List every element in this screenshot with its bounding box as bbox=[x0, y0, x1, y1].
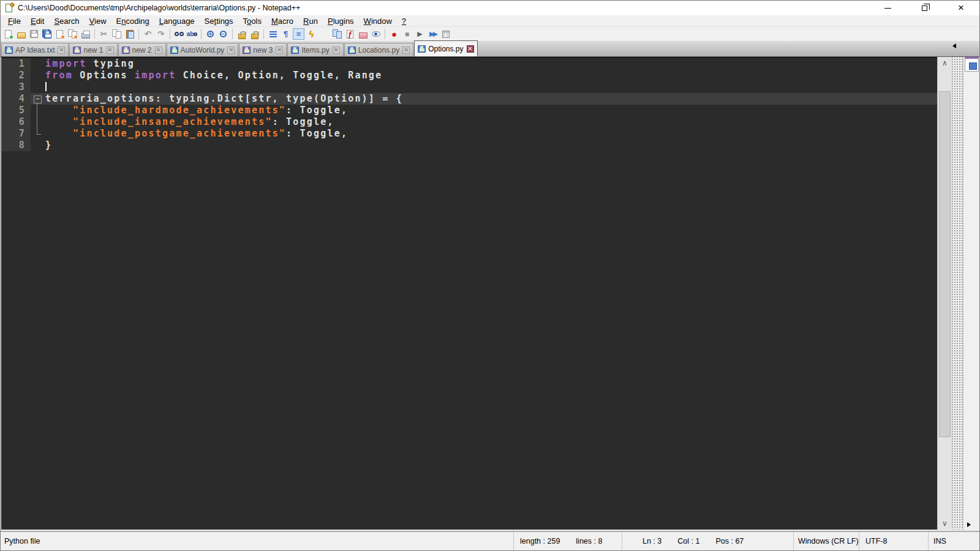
close-all-icon[interactable] bbox=[67, 28, 78, 40]
scroll-up-icon[interactable]: ∧ bbox=[938, 57, 952, 69]
line-number[interactable]: 1 bbox=[1, 58, 31, 70]
show-all-characters-icon[interactable]: ¶ bbox=[280, 28, 292, 40]
minimize-icon bbox=[884, 8, 891, 9]
code-line[interactable]: 4terraria_options: typing.Dict[str, type… bbox=[1, 93, 937, 105]
copy-icon[interactable] bbox=[111, 28, 123, 40]
paste-icon[interactable] bbox=[124, 28, 135, 40]
code-line[interactable]: 2from Options import Choice, Option, Tog… bbox=[1, 70, 937, 81]
code-line[interactable]: 6 "include_insane_achievements": Toggle, bbox=[1, 116, 937, 128]
save-file-icon[interactable] bbox=[28, 28, 40, 40]
doc-type-label: Python file bbox=[4, 537, 40, 545]
minimize-button[interactable] bbox=[869, 1, 906, 15]
menu-plugins[interactable]: Plugins bbox=[323, 16, 359, 26]
token-kw: import bbox=[45, 58, 86, 69]
replace-icon[interactable]: ab bbox=[186, 28, 198, 40]
close-button[interactable]: × bbox=[943, 1, 979, 15]
window-title: C:\Users\Dood\Documents\tmp\Archipelago\… bbox=[18, 4, 300, 12]
close-file-icon[interactable] bbox=[54, 28, 66, 40]
line-number[interactable]: 3 bbox=[1, 81, 31, 93]
line-number[interactable]: 5 bbox=[1, 105, 31, 116]
undo-icon[interactable]: ↶ bbox=[142, 28, 154, 40]
code-editor[interactable]: 1import typing2from Options import Choic… bbox=[1, 57, 937, 530]
tab-close-icon[interactable]: ✕ bbox=[467, 45, 474, 53]
menu-language[interactable]: Language bbox=[154, 16, 200, 26]
restore-button[interactable] bbox=[906, 1, 943, 15]
file-monitor-icon[interactable] bbox=[370, 28, 382, 40]
tab-close-icon[interactable]: ✕ bbox=[107, 47, 114, 54]
tab-close-icon[interactable]: ✕ bbox=[333, 47, 340, 54]
line-number[interactable]: 8 bbox=[1, 140, 31, 151]
code-line[interactable]: 7 "include_postgame_achievements": Toggl… bbox=[1, 128, 937, 140]
function-list-icon[interactable]: ϟ bbox=[306, 28, 317, 40]
document-switcher-icon[interactable] bbox=[331, 28, 343, 40]
code-line[interactable]: 5 "include_hardmode_achievements": Toggl… bbox=[1, 105, 937, 116]
line-number[interactable]: 7 bbox=[1, 128, 31, 140]
tab-label: Items.py bbox=[301, 46, 329, 54]
playback-macro-icon[interactable]: ▶ bbox=[414, 28, 426, 40]
word-wrap-icon[interactable] bbox=[267, 28, 279, 40]
menu-?[interactable]: ? bbox=[397, 16, 411, 26]
tab-close-icon[interactable]: ✕ bbox=[276, 47, 283, 54]
scrollbar-thumb[interactable] bbox=[939, 91, 951, 437]
tab-close-icon[interactable]: ✕ bbox=[227, 47, 235, 54]
menu-view[interactable]: View bbox=[85, 16, 111, 26]
indent-guide-icon[interactable]: ≡ bbox=[293, 28, 304, 40]
menu-file[interactable]: File bbox=[3, 16, 26, 26]
stop-recording-icon[interactable]: ■ bbox=[401, 28, 413, 40]
menu-macro[interactable]: Macro bbox=[266, 16, 298, 26]
tab-items-py[interactable]: Items.py✕ bbox=[287, 43, 343, 56]
menu-tools[interactable]: Tools bbox=[238, 16, 266, 26]
zoom-in-icon[interactable]: + bbox=[205, 28, 216, 40]
tab-close-icon[interactable]: ✕ bbox=[402, 47, 410, 54]
fold-collapse-icon[interactable] bbox=[31, 93, 45, 105]
tab-new-3[interactable]: new 3✕ bbox=[239, 43, 287, 56]
zoom-out-icon[interactable]: − bbox=[217, 28, 229, 40]
find-icon[interactable] bbox=[173, 28, 185, 40]
tab-close-icon[interactable]: ✕ bbox=[58, 47, 65, 54]
menu-run[interactable]: Run bbox=[298, 16, 323, 26]
line-label: Ln : 3 bbox=[643, 537, 662, 545]
scroll-down-icon[interactable]: ∨ bbox=[938, 517, 952, 530]
document-map-icon[interactable] bbox=[318, 28, 330, 40]
tab-close-icon[interactable]: ✕ bbox=[155, 47, 162, 54]
save-macro-icon[interactable] bbox=[440, 28, 451, 40]
vertical-scrollbar[interactable]: ∧ ∨ bbox=[937, 57, 952, 530]
tab-autoworld-py[interactable]: AutoWorld.py✕ bbox=[167, 43, 239, 56]
open-file-icon[interactable] bbox=[15, 28, 27, 40]
new-file-icon[interactable] bbox=[2, 28, 14, 40]
sync-horizontal-icon[interactable] bbox=[249, 28, 260, 40]
tab-options-py[interactable]: Options.py✕ bbox=[414, 40, 477, 56]
redo-icon[interactable]: ↷ bbox=[155, 28, 167, 40]
sync-vertical-icon[interactable] bbox=[236, 28, 247, 40]
code-line[interactable]: 1import typing bbox=[1, 58, 937, 70]
menu-edit[interactable]: Edit bbox=[26, 16, 49, 26]
menu-encoding[interactable]: Encoding bbox=[111, 16, 154, 26]
record-macro-icon[interactable]: ● bbox=[388, 28, 400, 40]
tab-new-2[interactable]: new 2✕ bbox=[118, 43, 166, 56]
line-number[interactable]: 6 bbox=[1, 116, 31, 128]
run-macro-multiple-icon[interactable]: ▶▶ bbox=[427, 28, 439, 40]
cut-icon[interactable]: ✂ bbox=[98, 28, 110, 40]
code-line[interactable]: 3 bbox=[1, 81, 937, 93]
second-view-tab[interactable] bbox=[965, 57, 979, 72]
tab-ap-ideas-txt[interactable]: AP Ideas.txt✕ bbox=[1, 43, 69, 56]
token-str: "include_postgame_achievements" bbox=[73, 128, 286, 139]
tab-locations-py[interactable]: Locations.py✕ bbox=[344, 43, 413, 56]
tab-scroll-left-icon[interactable] bbox=[952, 43, 956, 48]
code-line[interactable]: 8} bbox=[1, 140, 937, 151]
tab-new-1[interactable]: new 1✕ bbox=[69, 43, 117, 56]
token-df: terraria_options: typing.Dict[str, type(… bbox=[45, 93, 403, 104]
menu-window[interactable]: Window bbox=[359, 16, 397, 26]
save-all-icon[interactable] bbox=[41, 28, 53, 40]
print-icon[interactable] bbox=[80, 28, 91, 40]
line-number[interactable]: 4 bbox=[1, 93, 31, 105]
tab-scroll-right-icon[interactable] bbox=[967, 522, 971, 527]
line-number[interactable]: 2 bbox=[1, 70, 31, 81]
project-folder-icon[interactable] bbox=[357, 28, 369, 40]
view-splitter[interactable] bbox=[952, 57, 963, 530]
run-script-icon[interactable]: ƒ bbox=[344, 28, 356, 40]
menu-search[interactable]: Search bbox=[49, 16, 84, 26]
menu-settings[interactable]: Settings bbox=[200, 16, 238, 26]
fold-margin bbox=[31, 81, 45, 93]
token-kw: import bbox=[135, 70, 176, 81]
